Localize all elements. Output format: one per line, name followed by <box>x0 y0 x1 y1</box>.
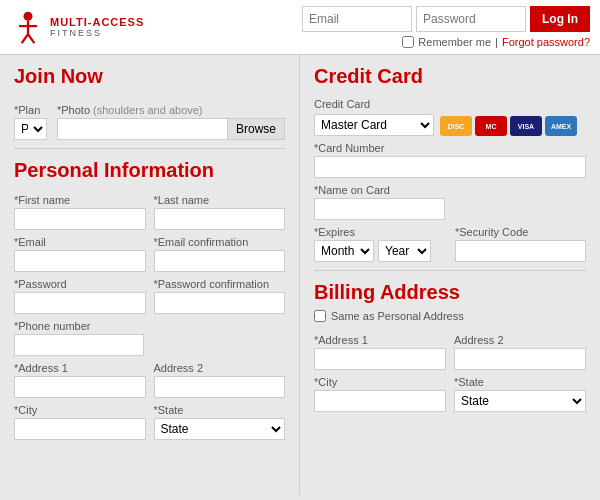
plan-label: *Plan <box>14 104 47 116</box>
first-name-label: *First name <box>14 194 146 206</box>
billing-city-label: *City <box>314 376 446 388</box>
last-name-label: *Last name <box>154 194 286 206</box>
name-row: *First name *Last name <box>14 188 285 230</box>
first-name-input[interactable] <box>14 208 146 230</box>
city-input[interactable] <box>14 418 146 440</box>
email-input[interactable] <box>302 6 412 32</box>
billing-address-row: *Address 1 Address 2 <box>314 328 586 370</box>
billing-city-input[interactable] <box>314 390 446 412</box>
photo-field: *Photo (shoulders and above) Browse <box>57 98 285 140</box>
forgot-password-link[interactable]: Forgot password? <box>502 36 590 48</box>
month-select[interactable]: Month 01020304 05060708 09101112 <box>314 240 374 262</box>
last-name-input[interactable] <box>154 208 286 230</box>
city-state-row: *City *State State ALAKAZCACO FLGANYTX <box>14 398 285 440</box>
discover-icon: DISC <box>440 116 472 136</box>
billing-address2-field: Address 2 <box>454 328 586 370</box>
right-column: Credit Card Credit Card Master Card Visa… <box>300 55 600 495</box>
phone-input[interactable] <box>14 334 144 356</box>
same-address-checkbox[interactable] <box>314 310 326 322</box>
address2-label: Address 2 <box>154 362 286 374</box>
password-input[interactable] <box>416 6 526 32</box>
svg-point-0 <box>24 12 33 21</box>
billing-address1-label: *Address 1 <box>314 334 446 346</box>
expires-security-row: *Expires Month 01020304 05060708 0910111… <box>314 220 586 262</box>
same-address-label: Same as Personal Address <box>331 310 464 322</box>
email-confirm-label: *Email confirmation <box>154 236 286 248</box>
password-label: *Password <box>14 278 146 290</box>
expires-selects: Month 01020304 05060708 09101112 Year 20… <box>314 240 445 262</box>
header-sub: Remember me | Forgot password? <box>402 36 590 48</box>
plan-photo-row: *Plan Premium Plan Basic Plan Gold Plan … <box>14 98 285 140</box>
email-input-reg[interactable] <box>14 250 146 272</box>
year-select[interactable]: Year 20242025202620272028 <box>378 240 431 262</box>
remember-me-checkbox[interactable] <box>402 36 414 48</box>
logo: MULTI-ACCESS FITNESS <box>10 9 144 45</box>
name-on-card-field: *Name on Card <box>314 184 586 220</box>
address1-input[interactable] <box>14 376 146 398</box>
city-label: *City <box>14 404 146 416</box>
credit-card-title: Credit Card <box>314 65 586 88</box>
join-now-title: Join Now <box>14 65 285 88</box>
same-address-row: Same as Personal Address <box>314 310 586 322</box>
svg-line-4 <box>28 34 34 43</box>
password-field: *Password <box>14 272 146 314</box>
plan-field: *Plan Premium Plan Basic Plan Gold Plan <box>14 98 47 140</box>
billing-city-field: *City <box>314 370 446 412</box>
address2-input[interactable] <box>154 376 286 398</box>
password-confirm-input[interactable] <box>154 292 286 314</box>
state-label: *State <box>154 404 286 416</box>
card-number-input[interactable] <box>314 156 586 178</box>
phone-label: *Phone number <box>14 320 285 332</box>
amex-icon: AMEX <box>545 116 577 136</box>
password-confirm-label: *Password confirmation <box>154 278 286 290</box>
billing-address1-field: *Address 1 <box>314 328 446 370</box>
cc-field-label: Credit Card <box>314 98 586 110</box>
address1-label: *Address 1 <box>14 362 146 374</box>
header: MULTI-ACCESS FITNESS Log In Remember me … <box>0 0 600 55</box>
cc-select[interactable]: Master Card Visa Discover American Expre… <box>314 114 434 136</box>
email-field: *Email <box>14 230 146 272</box>
expires-field: *Expires Month 01020304 05060708 0910111… <box>314 220 445 262</box>
address2-field: Address 2 <box>154 356 286 398</box>
card-icons: DISC MC VISA AMEX <box>440 116 577 136</box>
header-right: Log In Remember me | Forgot password? <box>302 6 590 48</box>
email-confirm-field: *Email confirmation <box>154 230 286 272</box>
logo-text: MULTI-ACCESS FITNESS <box>50 16 144 38</box>
photo-input[interactable] <box>57 118 227 140</box>
password-row: *Password *Password confirmation <box>14 272 285 314</box>
billing-address2-input[interactable] <box>454 348 586 370</box>
personal-info-title: Personal Information <box>14 159 285 182</box>
expires-label: *Expires <box>314 226 445 238</box>
billing-address1-input[interactable] <box>314 348 446 370</box>
cc-select-wrap: Master Card Visa Discover American Expre… <box>314 112 586 136</box>
browse-button[interactable]: Browse <box>227 118 285 140</box>
email-row: *Email *Email confirmation <box>14 230 285 272</box>
email-label: *Email <box>14 236 146 248</box>
security-code-input[interactable] <box>455 240 586 262</box>
password-confirm-field: *Password confirmation <box>154 272 286 314</box>
billing-state-label: *State <box>454 376 586 388</box>
security-label: *Security Code <box>455 226 586 238</box>
billing-state-select[interactable]: State ALAKAZCACO FLGANYTX <box>454 390 586 412</box>
logo-icon <box>10 9 46 45</box>
city-field: *City <box>14 398 146 440</box>
phone-field: *Phone number <box>14 320 285 356</box>
state-select[interactable]: State ALAKAZCACO FLGANYTX <box>154 418 286 440</box>
email-confirm-input[interactable] <box>154 250 286 272</box>
billing-city-state-row: *City *State State ALAKAZCACO FLGANYTX <box>314 370 586 412</box>
first-name-field: *First name <box>14 188 146 230</box>
header-inputs: Log In <box>302 6 590 32</box>
mastercard-icon: MC <box>475 116 507 136</box>
login-button[interactable]: Log In <box>530 6 590 32</box>
card-number-label: *Card Number <box>314 142 586 154</box>
remember-label: Remember me <box>418 36 491 48</box>
name-on-card-input[interactable] <box>314 198 445 220</box>
photo-row: Browse <box>57 118 285 140</box>
last-name-field: *Last name <box>154 188 286 230</box>
password-input-reg[interactable] <box>14 292 146 314</box>
svg-line-3 <box>22 34 28 43</box>
left-column: Join Now *Plan Premium Plan Basic Plan G… <box>0 55 300 495</box>
visa-icon: VISA <box>510 116 542 136</box>
billing-title: Billing Address <box>314 281 586 304</box>
plan-select[interactable]: Premium Plan Basic Plan Gold Plan <box>14 118 47 140</box>
